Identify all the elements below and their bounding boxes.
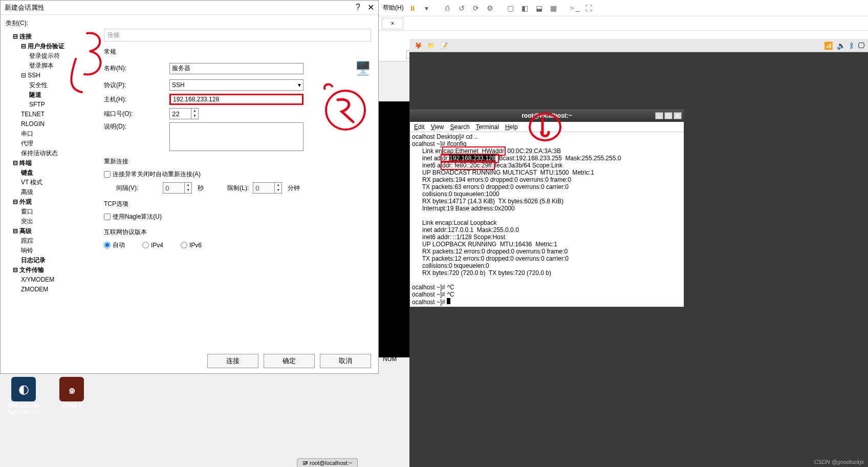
tree-advanced2[interactable]: ⊟ 高级 [6,226,101,236]
network-icon[interactable]: 📶 [824,41,833,50]
terminal-content[interactable]: ocalhost Desktop]# cd .. ocalhost ~]# if… [410,132,684,307]
layout-split-v-icon[interactable]: ⬓ [534,3,545,14]
menu-view[interactable]: View [431,123,444,131]
reconnect-checkbox[interactable]: 连接异常关闭时自动重新连接(A) [104,170,201,179]
cancel-button[interactable]: 取消 [320,354,371,368]
form-panel: 连接 常规 名称(N): 🖥️ 协议(P): SSH▾ 主机(H): 端口号(O… [101,29,378,355]
terminal-menubar: EEditdit View Search Terminal Help [410,122,684,132]
label-port: 端口号(O): [104,110,165,118]
interval-stepper[interactable]: ▲▼ [163,182,193,194]
name-input[interactable] [169,63,303,74]
terminal-window: root@localhost:~ _ ▢ ✕ EEditdit View Sea… [409,109,684,307]
tree-tunnel[interactable]: 隧道 [6,90,101,100]
tree-ft[interactable]: ⊟ 文件传输 [6,265,101,275]
ipv6-radio[interactable]: IPv6 [181,242,202,249]
breadcrumb: 连接 [104,29,371,41]
terminal-titlebar[interactable]: root@localhost:~ _ ▢ ✕ [410,110,684,122]
tree-connection[interactable]: ⊟ 连接 [6,32,101,41]
port-stepper[interactable]: ▲▼ [169,108,200,119]
tree-vtmode[interactable]: VT 模式 [6,178,101,187]
tree-keepalive[interactable]: 保持活动状态 [6,148,101,158]
tree-keyboard[interactable]: 键盘 [6,168,101,178]
tree-security[interactable]: 安全性 [6,80,101,90]
dialog-titlebar[interactable]: 新建会话属性 ? ✕ [1,1,378,15]
tab-close[interactable]: × [382,18,403,29]
limit-stepper[interactable]: ▲▼ [253,182,284,194]
label-host: 主机(H): [104,95,165,104]
tree-highlight[interactable]: 突出 [6,217,101,226]
tree-terminal[interactable]: ⊟ 终端 [6,158,101,168]
protocol-select[interactable]: SSH▾ [169,79,303,91]
tree-ssh[interactable]: ⊟ SSH [6,71,101,80]
speaker-icon[interactable]: 🔈 [837,41,845,50]
gear-icon[interactable]: ⚙ [485,3,496,14]
group-general: 常规 [104,48,371,56]
taskbar-tab-terminal[interactable]: 🖳 root@localhost:~ [297,458,358,467]
app-toolbar: 帮助(H) ⏸ ▾ ⎙ ↺ ⟳ ⚙ ▢ ◧ ⬓ ▦ ＞_ ⛶ [379,0,868,16]
history-icon[interactable]: ↺ [456,3,467,14]
firefox-icon[interactable]: 🦊 [415,42,422,49]
layout-split-h-icon[interactable]: ◧ [519,3,531,14]
minimize-icon[interactable]: _ [655,112,663,119]
close-icon[interactable]: ✕ [674,112,682,119]
menu-help2[interactable]: Help [505,123,518,131]
status-num: NUM [383,355,397,363]
terminal-icon[interactable]: ＞_ [569,3,580,14]
tree-serial[interactable]: 串口 [6,129,101,139]
ip-auto-radio[interactable]: 自动 [104,241,125,249]
ok-button[interactable]: 确定 [264,354,315,368]
terminal-cursor [447,298,450,304]
tree-sftp[interactable]: SFTP [6,100,101,110]
refresh-icon[interactable]: ⟳ [470,3,482,14]
xshell-icon: ๑ [59,377,84,401]
tree-proxy[interactable]: 代理 [6,139,101,148]
nagle-checkbox[interactable]: 使用Nagle算法(U) [104,213,162,221]
print-icon[interactable]: ⎙ [442,3,453,14]
tree-login-script[interactable]: 登录脚本 [6,61,101,71]
tree-window[interactable]: 窗口 [6,207,101,217]
tree-appearance[interactable]: ⊟ 外观 [6,197,101,207]
menu-terminal[interactable]: Terminal [476,123,499,131]
tree-log[interactable]: 日志记录 [6,256,101,265]
layout-single-icon[interactable]: ▢ [505,3,516,14]
label-limit: 限制(L): [227,184,249,193]
tree-trace[interactable]: 跟踪 [6,236,101,246]
desktop-icon-xshell[interactable]: ๑ Xshell 7 [51,377,92,409]
fullscreen-icon[interactable]: ⛶ [583,3,594,14]
tree-login-prompt[interactable]: 登录提示符 [6,51,101,61]
bluetooth-icon[interactable]: ᛒ [850,41,854,50]
host-input[interactable] [169,94,303,105]
layout-grid-icon[interactable]: ▦ [548,3,559,14]
tree-xymodem[interactable]: X/YMODEM [6,275,101,285]
display-icon[interactable]: 🖵 [858,41,865,50]
tree-telnet[interactable]: TELNET [6,110,101,119]
group-tcp: TCP选项 [104,200,371,208]
help-icon[interactable]: ? [356,3,360,12]
desktop-icon-appscan[interactable]: ◐ IBM Security AppScan S... [3,377,44,415]
ipv4-radio[interactable]: IPv4 [142,242,163,249]
connect-button[interactable]: 连接 [207,354,258,368]
new-session-dialog: 新建会话属性 ? ✕ 类别(C): ⊟ 连接 ⊟ 用户身份验证 登录提示符 登录… [0,0,379,374]
tree-zmodem[interactable]: ZMODEM [6,285,101,294]
tree-advanced[interactable]: 高级 [6,187,101,197]
maximize-icon[interactable]: ▢ [664,112,672,119]
pause-icon[interactable]: ⏸ [407,3,418,14]
terminal-title: root@localhost:~ [522,112,572,119]
category-label: 类别(C): [1,15,378,29]
label-protocol: 协议(P): [104,81,165,90]
menu-edit[interactable]: EEditdit [414,123,425,131]
notes-icon[interactable]: 📝 [440,42,448,49]
tree-bell[interactable]: 响铃 [6,246,101,256]
desc-textarea[interactable] [169,122,303,151]
menu-search[interactable]: Search [450,123,470,131]
files-icon[interactable]: 📁 [427,42,435,49]
tree-rlogin[interactable]: RLOGIN [6,119,101,129]
close-icon[interactable]: ✕ [367,3,374,12]
dropdown-icon[interactable]: ▾ [421,3,432,14]
category-tree[interactable]: ⊟ 连接 ⊟ 用户身份验证 登录提示符 登录脚本 ⊟ SSH 安全性 隧道 SF… [1,29,101,355]
menu-help[interactable]: 帮助(H) [383,4,404,12]
tab-bar: × [379,16,868,31]
dialog-title: 新建会话属性 [5,3,45,12]
tree-auth[interactable]: ⊟ 用户身份验证 [6,41,101,51]
watermark: CSDN @goodluckjx [814,459,864,465]
